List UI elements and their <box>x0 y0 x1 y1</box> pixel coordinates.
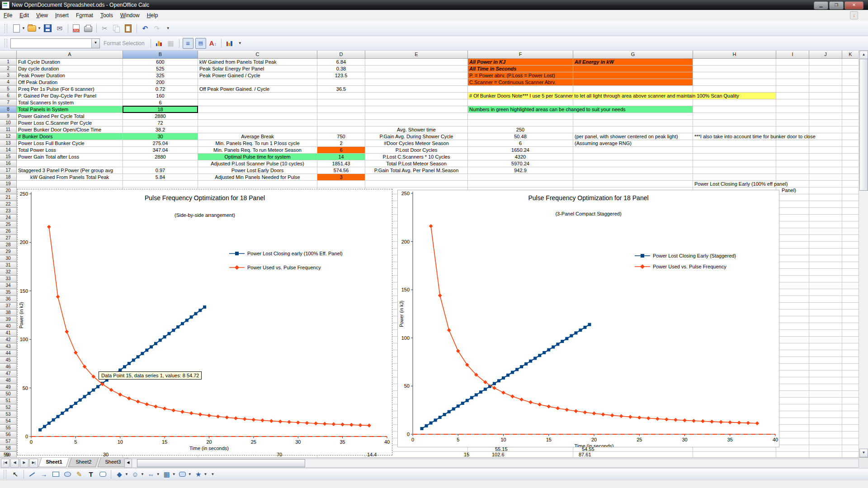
cell-C1[interactable]: kW Gained from Panels Total Peak <box>198 59 317 65</box>
cell-C5[interactable]: Off Peak Power Gained. / Cycle <box>198 86 317 92</box>
row-header-24[interactable]: 24 <box>0 215 17 221</box>
basic-shapes-icon[interactable]: ◆ <box>114 469 124 479</box>
cell-A1[interactable]: Full Cycle Duration <box>17 59 123 65</box>
row-header-46[interactable]: 46 <box>0 364 17 371</box>
vertical-scroll-thumb[interactable] <box>859 59 868 191</box>
cell-G1[interactable]: All Energy in kW <box>573 59 693 65</box>
cell-E11[interactable]: Avg. Shower time <box>365 127 467 133</box>
prev-sheet-icon[interactable]: ◀ <box>10 459 19 468</box>
cell-C12[interactable]: Average Break <box>198 133 317 140</box>
basic-shapes-dropdown-icon[interactable]: ▼ <box>125 472 128 476</box>
menu-item-edit[interactable]: Edit <box>16 11 33 20</box>
cell-B11[interactable]: 38.2 <box>123 127 198 133</box>
flowchart-icon[interactable]: ▦ <box>162 469 172 479</box>
column-header-F[interactable]: F <box>468 51 573 59</box>
vertical-scrollbar[interactable]: ▲ ▼ <box>859 51 868 457</box>
row-header-28[interactable]: 28 <box>0 242 17 249</box>
row-header-5[interactable]: 5 <box>0 86 17 93</box>
cell-F14[interactable]: 1650.24 <box>468 147 573 153</box>
row-header-1[interactable]: 1 <box>0 59 17 66</box>
scale-text-icon[interactable]: A↕ <box>208 38 218 48</box>
cell-C16[interactable]: Adjusted P.Lost Scanner Pulse (10 cycles… <box>198 160 317 167</box>
open-dropdown-icon[interactable]: ▼ <box>38 26 41 30</box>
selection-combo[interactable]: ▼ <box>10 38 100 48</box>
row-header-47[interactable]: 47 <box>0 371 17 377</box>
close-button[interactable]: ✕ <box>844 1 863 9</box>
next-sheet-icon[interactable]: ▶ <box>20 459 28 468</box>
cell-F12[interactable]: 50.48 <box>468 133 573 140</box>
row-header-12[interactable]: 12 <box>0 133 17 140</box>
callout-icon[interactable] <box>98 469 108 479</box>
cell-E15[interactable]: P.Lost C.Scanners * 10 Cycles <box>365 154 467 160</box>
row-header-7[interactable]: 7 <box>0 99 17 106</box>
row-header-27[interactable]: 27 <box>0 235 17 242</box>
row-header-49[interactable]: 49 <box>0 384 17 391</box>
save-icon[interactable] <box>43 23 53 33</box>
sheet-tab-sheet1[interactable]: Sheet1 <box>38 458 70 467</box>
cell-B2[interactable]: 525 <box>123 66 198 72</box>
row-header-32[interactable]: 32 <box>0 269 17 276</box>
row-header-29[interactable]: 29 <box>0 249 17 255</box>
cell-D5[interactable]: 36.5 <box>317 86 365 92</box>
row-header-52[interactable]: 52 <box>0 404 17 411</box>
column-header-E[interactable]: E <box>365 51 468 59</box>
chart-type-icon[interactable] <box>154 38 164 48</box>
block-arrows-dropdown-icon[interactable]: ▼ <box>156 472 160 476</box>
cell-A11[interactable]: Power Bunker Door Open/Close Time <box>17 127 123 133</box>
combo-dropdown-icon[interactable]: ▼ <box>91 39 99 48</box>
row-header-10[interactable]: 10 <box>0 120 17 127</box>
cell-D12[interactable]: 750 <box>317 133 365 140</box>
last-sheet-icon[interactable]: ▶| <box>29 459 38 468</box>
symbol-shapes-dropdown-icon[interactable]: ▼ <box>141 472 144 476</box>
row-header-42[interactable]: 42 <box>0 337 17 343</box>
cell-F11[interactable]: 250 <box>468 127 573 133</box>
cell-E17[interactable]: P.Gain Total Avg. Per Panel M.Season <box>365 167 467 174</box>
row-header-48[interactable]: 48 <box>0 377 17 384</box>
text-icon[interactable]: T <box>86 469 96 479</box>
format-selection-button[interactable]: Format Selection <box>104 40 145 47</box>
toolbar-overflow-icon[interactable]: ▼ <box>166 26 170 30</box>
undo-icon[interactable]: ↶ <box>140 23 150 33</box>
cell-C14[interactable]: Min. Panels Req. To run Meteor Season <box>198 147 317 153</box>
cell-C17[interactable]: Power Lost Early Doors <box>198 167 317 174</box>
menu-item-tools[interactable]: Tools <box>97 11 117 20</box>
cell-B7[interactable]: 6 <box>123 99 198 106</box>
row-header-51[interactable]: 51 <box>0 398 17 404</box>
row-header-3[interactable]: 3 <box>0 72 17 79</box>
cell-F16[interactable]: 5970.24 <box>468 160 573 167</box>
cell-C15[interactable]: Optimal Pulse time for system <box>198 154 317 160</box>
cell-D18[interactable]: 3 <box>317 174 365 180</box>
row-header-4[interactable]: 4 <box>0 79 17 86</box>
column-header-D[interactable]: D <box>317 51 365 59</box>
stars-icon[interactable]: ★ <box>193 469 203 479</box>
sheet-tab-sheet2[interactable]: Sheet2 <box>68 458 99 467</box>
cell-C13[interactable]: Min. Panels Req. To run 1 P.loss cycle <box>198 140 317 146</box>
row-header-56[interactable]: 56 <box>0 432 17 438</box>
flowchart-dropdown-icon[interactable]: ▼ <box>172 472 176 476</box>
column-header-B[interactable]: B <box>123 51 198 59</box>
cell-C3[interactable]: Peak Power Gained / Cycle <box>198 72 317 79</box>
cell-F6-note[interactable]: # Of Bunker Doors Note*** I use 5 per Sc… <box>468 93 776 99</box>
data-table-icon[interactable]: ▦ <box>166 38 176 48</box>
menu-item-insert[interactable]: Insert <box>52 11 72 20</box>
row-header-50[interactable]: 50 <box>0 391 17 398</box>
cell-B3[interactable]: 325 <box>123 72 198 79</box>
print-icon[interactable] <box>83 23 93 33</box>
column-header-A[interactable]: A <box>17 51 123 59</box>
cut-icon[interactable]: ✂ <box>100 23 110 33</box>
cell-E13[interactable]: #Door Cycles Meteor Season <box>365 140 467 146</box>
menu-item-format[interactable]: Format <box>72 11 97 20</box>
row-header-6[interactable]: 6 <box>0 93 17 99</box>
row-header-14[interactable]: 14 <box>0 147 17 154</box>
toolbar-overflow-icon[interactable]: ▼ <box>211 472 215 476</box>
toolbar-grip[interactable] <box>5 24 7 33</box>
new-document-icon[interactable] <box>11 23 21 33</box>
column-header-I[interactable]: I <box>776 51 809 59</box>
callouts-icon[interactable] <box>178 469 188 479</box>
cell-B9[interactable]: 2880 <box>123 113 198 119</box>
left-chart-object[interactable]: Pulse Frequency Optimization for 18 Pane… <box>17 189 392 455</box>
cell-E14[interactable]: P.Lost Door Cycles <box>365 147 467 153</box>
menu-item-file[interactable]: File <box>0 11 16 20</box>
scroll-up-icon[interactable]: ▲ <box>859 51 868 59</box>
cell-A8[interactable]: Total Panels in System <box>17 106 123 113</box>
